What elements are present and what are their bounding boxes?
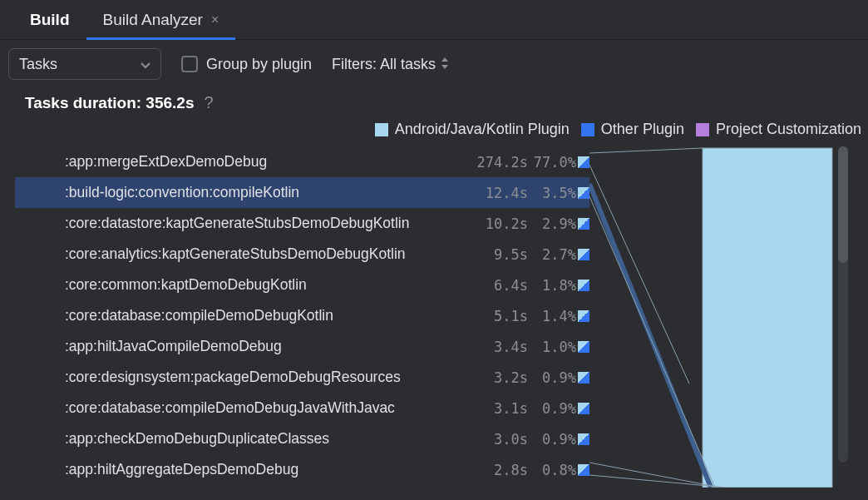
task-list: :app:mergeExtDexDemoDebug274.2s77.0%:bui… xyxy=(15,146,589,485)
svg-line-1 xyxy=(589,148,703,153)
view-select[interactable]: Tasks xyxy=(8,48,161,80)
svg-line-4 xyxy=(589,196,715,488)
task-percent: 0.9% xyxy=(528,431,578,448)
close-icon[interactable]: × xyxy=(211,12,219,27)
task-mini-swatch-icon xyxy=(578,218,589,230)
task-percent: 1.8% xyxy=(528,277,578,294)
filters-dropdown[interactable]: Filters: All tasks xyxy=(332,56,449,73)
task-name: :app:mergeExtDexDemoDebug xyxy=(65,153,470,171)
legend-project: Project Customization xyxy=(696,121,861,138)
svg-line-3 xyxy=(589,184,711,488)
task-row[interactable]: :app:hiltJavaCompileDemoDebug3.4s1.0% xyxy=(15,331,589,362)
task-name: :core:designsystem:packageDemoDebugResou… xyxy=(65,369,470,386)
swatch-project-icon xyxy=(696,123,709,136)
task-mini-swatch-icon xyxy=(578,310,589,322)
svg-rect-0 xyxy=(703,148,832,488)
task-time: 5.1s xyxy=(470,308,528,324)
help-icon[interactable]: ? xyxy=(204,93,213,112)
chevron-down-icon xyxy=(141,56,150,73)
legend: Android/Java/Kotlin Plugin Other Plugin … xyxy=(0,117,868,146)
swatch-other-icon xyxy=(581,123,594,136)
scrollbar[interactable] xyxy=(838,146,848,463)
task-row[interactable]: :core:common:kaptDemoDebugKotlin6.4s1.8% xyxy=(15,270,589,300)
task-name: :core:database:compileDemoDebugJavaWithJ… xyxy=(65,399,470,417)
tab-analyzer-label: Build Analyzer xyxy=(103,11,203,29)
task-percent: 2.9% xyxy=(528,215,578,232)
task-name: :build-logic:convention:compileKotlin xyxy=(65,184,470,201)
duration-summary: Tasks duration: 356.2s ? xyxy=(0,85,868,117)
task-name: :core:database:compileDemoDebugKotlin xyxy=(65,307,470,324)
tab-bar: Build Build Analyzer × xyxy=(0,0,868,40)
task-percent: 0.9% xyxy=(528,400,578,417)
task-mini-swatch-icon xyxy=(578,464,589,476)
task-name: :app:hiltJavaCompileDemoDebug xyxy=(65,338,470,355)
swatch-android-icon xyxy=(375,123,388,136)
task-mini-swatch-icon xyxy=(578,249,589,260)
checkbox-box xyxy=(181,56,198,72)
tab-build-analyzer[interactable]: Build Analyzer × xyxy=(86,0,236,39)
task-row[interactable]: :app:checkDemoDebugDuplicateClasses3.0s0… xyxy=(15,423,589,454)
tab-underline xyxy=(86,37,236,40)
task-time: 6.4s xyxy=(470,277,528,294)
sort-icon xyxy=(441,57,449,72)
task-percent: 1.4% xyxy=(528,308,578,324)
task-percent: 3.5% xyxy=(528,185,578,201)
task-time: 274.2s xyxy=(470,154,528,171)
task-row[interactable]: :core:database:compileDemoDebugKotlin5.1… xyxy=(15,300,589,331)
task-time: 9.5s xyxy=(470,246,528,263)
task-time: 10.2s xyxy=(470,215,528,232)
task-time: 12.4s xyxy=(470,185,528,201)
tab-build-label: Build xyxy=(30,11,70,29)
legend-other-label: Other Plugin xyxy=(601,121,684,138)
task-percent: 0.9% xyxy=(528,369,578,386)
group-by-plugin-checkbox[interactable]: Group by plugin xyxy=(181,56,312,73)
task-time: 3.0s xyxy=(470,431,528,448)
task-mini-swatch-icon xyxy=(578,433,589,445)
legend-android-label: Android/Java/Kotlin Plugin xyxy=(395,121,570,138)
task-mini-swatch-icon xyxy=(578,372,589,384)
task-time: 3.1s xyxy=(470,400,528,417)
task-mini-swatch-icon xyxy=(578,403,589,414)
task-mini-swatch-icon xyxy=(578,280,589,291)
task-mini-swatch-icon xyxy=(578,187,589,199)
tab-build[interactable]: Build xyxy=(13,0,86,39)
task-time: 2.8s xyxy=(470,462,528,478)
scrollbar-thumb[interactable] xyxy=(838,146,848,263)
task-name: :core:analytics:kaptGenerateStubsDemoDeb… xyxy=(65,245,470,263)
tasks-duration-label: Tasks duration: 356.2s xyxy=(25,94,194,112)
task-time: 3.2s xyxy=(470,369,528,386)
task-percent: 77.0% xyxy=(528,154,578,171)
task-row[interactable]: :core:analytics:kaptGenerateStubsDemoDeb… xyxy=(15,239,589,270)
task-name: :app:hiltAggregateDepsDemoDebug xyxy=(65,461,470,478)
content-area: :app:mergeExtDexDemoDebug274.2s77.0%:bui… xyxy=(0,146,868,488)
task-row[interactable]: :app:mergeExtDexDemoDebug274.2s77.0% xyxy=(15,146,589,177)
task-mini-swatch-icon xyxy=(578,341,589,353)
task-name: :core:common:kaptDemoDebugKotlin xyxy=(65,276,470,294)
task-percent: 2.7% xyxy=(528,246,578,263)
group-by-plugin-label: Group by plugin xyxy=(206,56,312,73)
task-name: :app:checkDemoDebugDuplicateClasses xyxy=(65,430,470,448)
task-name: :core:datastore:kaptGenerateStubsDemoDeb… xyxy=(65,215,470,232)
view-select-label: Tasks xyxy=(19,56,57,73)
legend-other: Other Plugin xyxy=(581,121,684,138)
task-row[interactable]: :app:hiltAggregateDepsDemoDebug2.8s0.8% xyxy=(15,454,589,485)
svg-line-2 xyxy=(589,165,689,384)
legend-android: Android/Java/Kotlin Plugin xyxy=(375,121,570,138)
task-percent: 0.8% xyxy=(528,462,578,478)
legend-project-label: Project Customization xyxy=(716,121,861,138)
toolbar: Tasks Group by plugin Filters: All tasks xyxy=(0,40,868,85)
task-row[interactable]: :core:designsystem:packageDemoDebugResou… xyxy=(15,362,589,393)
task-row[interactable]: :core:datastore:kaptGenerateStubsDemoDeb… xyxy=(15,208,589,239)
stacked-chart xyxy=(589,146,851,488)
filters-label: Filters: All tasks xyxy=(332,56,436,73)
task-row[interactable]: :build-logic:convention:compileKotlin12.… xyxy=(15,177,589,208)
task-percent: 1.0% xyxy=(528,339,578,355)
task-mini-swatch-icon xyxy=(578,156,589,168)
task-row[interactable]: :core:database:compileDemoDebugJavaWithJ… xyxy=(15,393,589,423)
task-time: 3.4s xyxy=(470,339,528,355)
